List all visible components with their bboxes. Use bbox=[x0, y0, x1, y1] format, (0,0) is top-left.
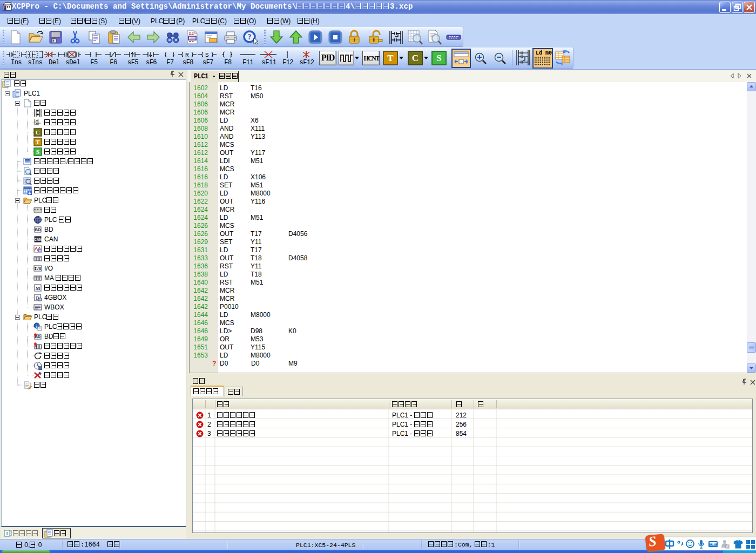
svg-text:I: I bbox=[6, 531, 8, 536]
svg-text:R: R bbox=[185, 52, 189, 58]
svg-text:CAN: CAN bbox=[34, 238, 42, 241]
svg-text:C: C bbox=[36, 129, 40, 136]
svg-text:S: S bbox=[36, 149, 39, 155]
svg-text:M: M bbox=[39, 249, 42, 252]
svg-text:S: S bbox=[205, 52, 209, 58]
svg-text:***: *** bbox=[33, 208, 42, 214]
svg-text:I/O: I/O bbox=[35, 267, 42, 271]
svg-text:M: M bbox=[36, 286, 40, 291]
svg-text:T: T bbox=[36, 139, 40, 145]
svg-text:ld: ld bbox=[34, 118, 39, 125]
svg-text:?: ? bbox=[248, 33, 252, 41]
svg-text:BD: BD bbox=[35, 227, 41, 232]
